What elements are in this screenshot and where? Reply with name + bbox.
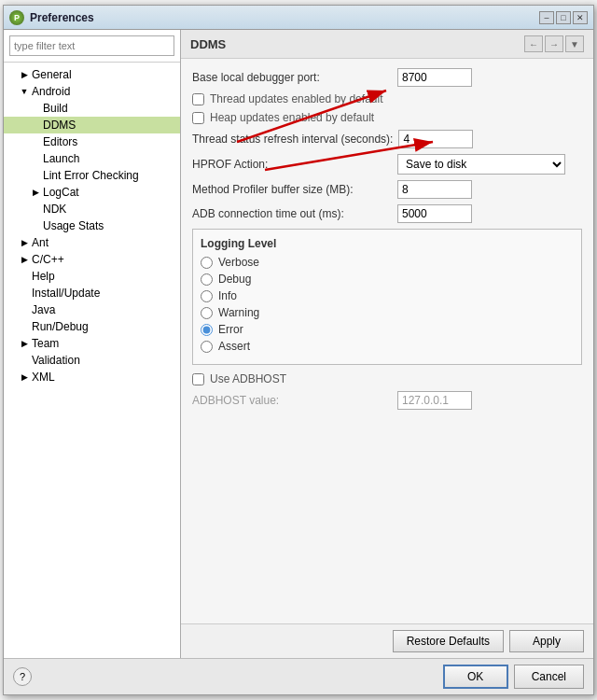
hprof-select[interactable]: Save to disk Open in HPROF Viewer [397,154,565,175]
heap-updates-row: Heap updates enabled by default [192,111,582,124]
logging-assert-label: Assert [218,340,250,353]
thread-refresh-input[interactable] [398,130,473,148]
tree-item-android[interactable]: ▼ Android [4,83,180,100]
tree-item-rundebug[interactable]: Run/Debug [4,318,180,335]
tree-item-validation[interactable]: Validation [4,352,180,369]
tree-item-cpp[interactable]: ▶ C/C++ [4,251,180,268]
nav-fwd-button[interactable]: → [545,35,563,52]
apply-button[interactable]: Apply [509,630,584,652]
nav-dropdown-button[interactable]: ▼ [565,35,584,52]
tree-item-team[interactable]: ▶ Team [4,335,180,352]
tree-arrow-ndk [30,203,41,215]
tree-label-launch: Launch [43,152,79,165]
logging-warning-radio[interactable] [201,307,213,319]
tree-arrow-java [19,304,30,315]
tree-arrow-xml: ▶ [19,371,30,383]
tree-label-lint: Lint Error Checking [43,169,139,182]
filter-input[interactable] [9,35,174,56]
thread-refresh-label: Thread status refresh interval (seconds)… [192,133,398,146]
footer-bar: ? OK Cancel [4,658,593,694]
tree-label-ant: Ant [32,236,49,249]
panel-nav: ← → ▼ [524,35,584,52]
adbhost-checkbox[interactable] [192,373,204,385]
tree-label-rundebug: Run/Debug [32,320,89,333]
ok-button[interactable]: OK [443,665,508,689]
adbhost-value-input [397,391,472,410]
method-profiler-input[interactable] [397,180,472,199]
restore-defaults-button[interactable]: Restore Defaults [393,630,504,652]
tree-label-xml: XML [32,371,55,384]
tree-label-android: Android [32,85,70,98]
tree-label-general: General [32,68,72,81]
adbhost-checkbox-row: Use ADBHOST [192,372,582,385]
tree-item-install[interactable]: Install/Update [4,285,180,301]
logging-verbose-label: Verbose [218,256,259,269]
panel-title: DDMS [190,37,226,51]
tree-arrow-install [19,287,30,299]
logging-info-radio[interactable] [201,290,213,302]
tree-item-ant[interactable]: ▶ Ant [4,234,180,251]
tree-label-ndk: NDK [43,203,66,216]
maximize-button[interactable]: □ [556,11,571,24]
heap-updates-label: Heap updates enabled by default [210,111,374,124]
panel-body: Base local debugger port: Thread updates… [181,59,593,623]
tree-arrow-android: ▼ [19,86,30,97]
right-panel: DDMS ← → ▼ Base local debugger port: [181,30,593,658]
tree-item-general[interactable]: ▶ General [4,66,180,83]
adb-timeout-row: ADB connection time out (ms): [192,204,582,223]
tree-item-java[interactable]: Java [4,301,180,318]
logging-verbose-radio[interactable] [201,257,213,269]
tree-label-editors: Editors [43,135,77,148]
heap-updates-checkbox[interactable] [192,112,204,124]
close-button[interactable]: ✕ [573,11,588,24]
tree-item-help[interactable]: Help [4,268,180,285]
title-bar: P Preferences – □ ✕ [4,6,593,30]
adbhost-checkbox-label: Use ADBHOST [210,372,286,385]
logging-debug-radio[interactable] [201,273,213,286]
tree-item-lint[interactable]: Lint Error Checking [4,167,180,184]
main-content: ▶ General ▼ Android Build DDMS [4,30,593,658]
tree-item-ddms[interactable]: DDMS [4,117,180,133]
hprof-row: HPROF Action: Save to disk Open in HPROF… [192,154,582,175]
debugger-port-row: Base local debugger port: [192,68,582,87]
filter-box [4,30,180,63]
nav-back-button[interactable]: ← [524,35,543,52]
left-panel: ▶ General ▼ Android Build DDMS [4,30,181,658]
logging-title: Logging Level [201,237,574,250]
method-profiler-label: Method Profiler buffer size (MB): [192,183,397,196]
tree-item-ndk[interactable]: NDK [4,201,180,217]
tree-label-build: Build [43,102,68,115]
tree-item-editors[interactable]: Editors [4,133,180,150]
help-button[interactable]: ? [13,667,32,686]
thread-updates-row: Thread updates enabled by default [192,92,582,105]
tree-arrow-rundebug [19,321,30,332]
tree-arrow-help [19,271,30,282]
panel-header: DDMS ← → ▼ [181,30,593,59]
method-profiler-row: Method Profiler buffer size (MB): [192,180,582,199]
tree-arrow-lint [30,170,41,181]
tree-item-launch[interactable]: Launch [4,150,180,167]
tree-item-usagestats[interactable]: Usage Stats [4,217,180,234]
adb-timeout-label: ADB connection time out (ms): [192,207,397,220]
tree-arrow-logcat: ▶ [30,187,41,198]
logging-assert-radio[interactable] [201,341,213,353]
logging-verbose-row: Verbose [201,256,574,269]
minimize-button[interactable]: – [539,11,554,24]
thread-updates-checkbox[interactable] [192,93,204,105]
window-title: Preferences [30,11,539,24]
tree-label-cpp: C/C++ [32,253,64,266]
adb-timeout-input[interactable] [397,204,472,223]
cancel-button[interactable]: Cancel [514,665,584,689]
tree-label-usagestats: Usage Stats [43,219,104,232]
tree-item-logcat[interactable]: ▶ LogCat [4,184,180,201]
tree-item-build[interactable]: Build [4,100,180,117]
debugger-port-input[interactable] [397,68,472,87]
logging-error-radio[interactable] [201,324,213,336]
logging-debug-row: Debug [201,273,574,286]
adbhost-value-label: ADBHOST value: [192,394,397,407]
tree-item-xml[interactable]: ▶ XML [4,369,180,385]
thread-updates-label: Thread updates enabled by default [210,92,382,105]
footer-buttons: OK Cancel [443,665,584,689]
hprof-label: HPROF Action: [192,158,397,171]
tree-label-install: Install/Update [32,287,100,300]
